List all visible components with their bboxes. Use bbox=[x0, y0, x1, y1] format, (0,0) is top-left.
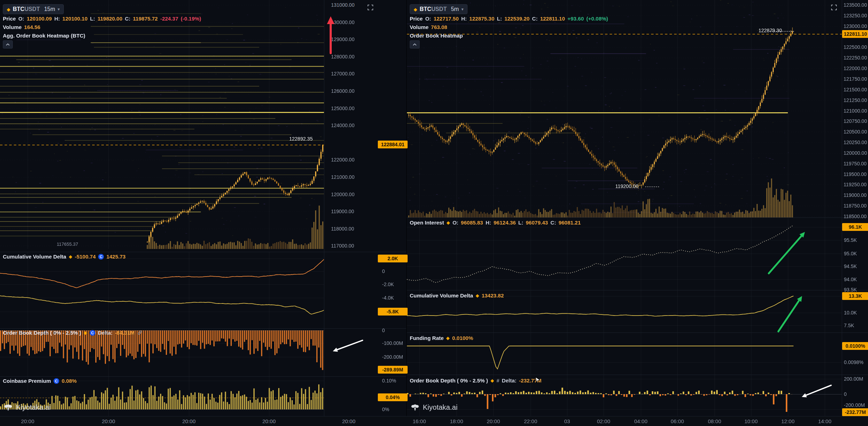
symbol-base: BTCUSDT bbox=[420, 6, 447, 12]
axis-tick-label: 130000.00 bbox=[331, 18, 354, 26]
high-value: 120100.10 bbox=[62, 16, 88, 22]
mouse-cursor bbox=[534, 376, 542, 385]
close-key: C: bbox=[125, 16, 130, 22]
delta-key: Delta: bbox=[502, 377, 517, 384]
axis-tick-label: 120000.00 bbox=[844, 149, 867, 157]
heatmap-indicator-label-left: Agg. Order Book Heatmap (BTC) bbox=[3, 33, 85, 39]
axis-tick-label: 94.5K bbox=[844, 262, 857, 270]
axis-value-badge: 0.04% bbox=[378, 393, 408, 401]
cvd-chart-left[interactable] bbox=[0, 252, 324, 328]
axis-tick-label: 126000.00 bbox=[331, 87, 354, 95]
time-tick-label: 20:00 bbox=[487, 418, 500, 424]
low-price-label: 119200.00 bbox=[615, 183, 638, 189]
ohlc-row-right: Price O:122717.50 H:122875.30 L:122539.2… bbox=[410, 16, 608, 22]
cvd-header-right: Cumulative Volume Delta ◆ 13423.82 bbox=[410, 292, 504, 299]
open-key: O: bbox=[425, 16, 431, 22]
collapse-pane-button-left[interactable] bbox=[3, 40, 13, 49]
delta-value: -84.31M bbox=[115, 330, 135, 336]
axis-boundary bbox=[324, 0, 324, 416]
axis-value-badge: 122884.01 bbox=[378, 141, 408, 148]
premium-header: Coinbase Premium C 0.08% bbox=[3, 378, 77, 384]
cvd-agg-value: -5100.74 bbox=[75, 254, 96, 260]
aggregated-icon: ◆ bbox=[476, 293, 479, 298]
time-tick-label: 06:00 bbox=[671, 418, 684, 424]
open-interest-chart[interactable] bbox=[407, 217, 842, 290]
axis-tick-label: 0% bbox=[382, 405, 389, 413]
time-tick-label: 02:00 bbox=[597, 418, 610, 424]
symbol-selector-left[interactable]: ◆ BTCUSDT 15m ▾ bbox=[3, 4, 64, 14]
axis-tick-label: -2.0K bbox=[382, 280, 394, 288]
volume-row-right: Volume 763.08 bbox=[410, 24, 447, 30]
axis-tick-label: -100.00M bbox=[382, 339, 403, 347]
pane-separator[interactable] bbox=[0, 376, 406, 377]
collapse-pane-button-right[interactable] bbox=[410, 40, 420, 49]
time-tick-label: 08:00 bbox=[708, 418, 721, 424]
axis-tick-label: 121250.00 bbox=[844, 96, 867, 104]
volume-value: 763.08 bbox=[431, 24, 447, 30]
link-icon[interactable] bbox=[137, 330, 142, 335]
axis-tick-label: 123000.00 bbox=[844, 22, 867, 30]
time-tick-label: 16:00 bbox=[413, 418, 426, 424]
time-tick-label: 20:00 bbox=[182, 418, 196, 424]
pane-separator[interactable] bbox=[407, 375, 868, 375]
pane-separator[interactable] bbox=[0, 252, 406, 252]
axis-tick-label: 117000.00 bbox=[331, 242, 354, 250]
spike-price-label: 122892.35 bbox=[289, 136, 313, 142]
open-value: 122717.50 bbox=[433, 16, 459, 22]
axis-tick-label: 123500.00 bbox=[844, 1, 867, 9]
butterfly-logo-icon bbox=[4, 403, 13, 411]
axis-tick-label: 119250.00 bbox=[844, 181, 867, 188]
time-tick-label: 04:00 bbox=[634, 418, 648, 424]
open-key: O: bbox=[18, 16, 24, 22]
panel-divider bbox=[406, 0, 407, 426]
axis-value-badge: -232.77M bbox=[842, 408, 868, 416]
aggregated-icon: ◆ bbox=[447, 220, 450, 225]
axis-tick-label: 122250.00 bbox=[844, 54, 867, 62]
low-key: L: bbox=[90, 16, 95, 22]
time-tick-label: 22:00 bbox=[524, 418, 537, 424]
cvd-value: 13423.82 bbox=[482, 292, 504, 299]
time-tick-label: 12:00 bbox=[781, 418, 795, 424]
high-key: H: bbox=[54, 16, 60, 22]
time-tick-label: 20:00 bbox=[342, 418, 355, 424]
ohlc-row-left: Price O:120100.09 H:120100.10 L:119820.0… bbox=[3, 16, 201, 22]
cvd-coinbase-value: 1425.73 bbox=[106, 254, 125, 260]
aggregated-icon: ◆ bbox=[446, 335, 450, 341]
axis-tick-label: 118500.00 bbox=[844, 212, 867, 220]
axis-tick-label: 124000.00 bbox=[331, 121, 354, 129]
axis-tick-label: 129000.00 bbox=[331, 35, 354, 43]
axis-tick-label: 119500.00 bbox=[844, 170, 867, 178]
expand-chart-button-right[interactable] bbox=[831, 4, 837, 12]
pane-separator[interactable] bbox=[407, 290, 868, 290]
axis-tick-label: 121000.00 bbox=[331, 173, 354, 181]
kiyotaka-diamond-icon: ◆ bbox=[414, 7, 417, 12]
axis-tick-label: 0 bbox=[844, 390, 847, 398]
coinbase-icon: C bbox=[98, 254, 104, 260]
heatmap-indicator-label-right: Order Book Heatmap bbox=[410, 33, 463, 39]
open-value: 120100.09 bbox=[27, 16, 52, 22]
axis-tick-label: 0.0098% bbox=[844, 358, 863, 366]
pane-separator[interactable] bbox=[407, 333, 868, 333]
time-axis-bar[interactable] bbox=[0, 416, 868, 426]
volume-value: 164.56 bbox=[24, 24, 40, 30]
change-value: +93.60 bbox=[567, 16, 584, 22]
symbol-base: BTCUSDT bbox=[13, 6, 40, 12]
cvd-header-left: Cumulative Volume Delta ◆ -5100.74 C 142… bbox=[3, 254, 125, 260]
pane-separator[interactable] bbox=[407, 217, 868, 218]
axis-tick-label: 131000.00 bbox=[331, 1, 354, 9]
axis-tick-label: 7.5K bbox=[844, 322, 854, 329]
axis-value-badge: 13.3K bbox=[842, 292, 868, 300]
axis-tick-label: 127000.00 bbox=[331, 70, 354, 78]
axis-tick-label: 0.10% bbox=[382, 377, 396, 385]
time-tick-label: 20:00 bbox=[102, 418, 115, 424]
chevron-down-icon: ▾ bbox=[58, 7, 60, 12]
change-value: -224.37 bbox=[160, 16, 178, 22]
axis-tick-label: 200.00M bbox=[844, 375, 863, 383]
pane-separator[interactable] bbox=[0, 328, 406, 329]
axis-value-badge: 96.1K bbox=[842, 223, 868, 231]
time-tick-label: 14:00 bbox=[818, 418, 831, 424]
high-value: 122875.30 bbox=[469, 16, 494, 22]
expand-chart-button-left[interactable] bbox=[367, 4, 374, 12]
symbol-selector-right[interactable]: ◆ BTCUSDT 5m ▾ bbox=[410, 4, 467, 14]
axis-tick-label: 121000.00 bbox=[844, 107, 867, 115]
